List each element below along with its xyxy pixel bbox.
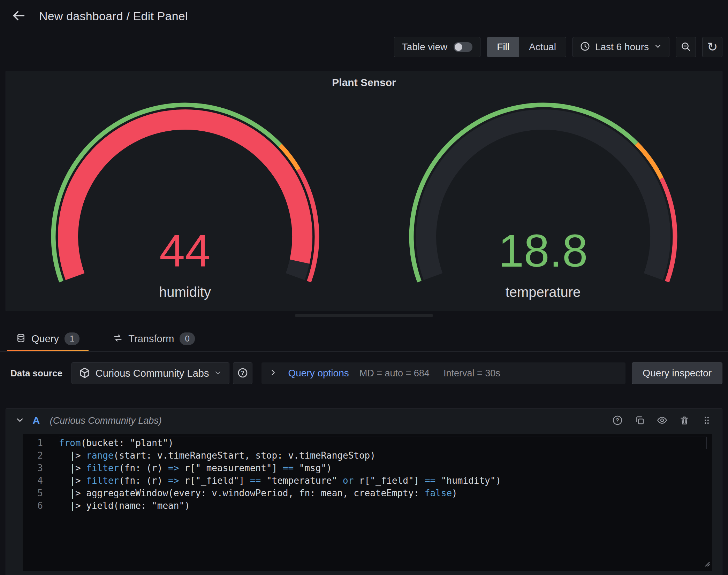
tab-transform-count: 0: [180, 332, 195, 345]
table-view-group: Table view: [394, 37, 481, 57]
hide-query-button[interactable]: [656, 414, 668, 427]
top-bar: New dashboard / Edit Panel: [0, 0, 728, 32]
query-options-bar[interactable]: Query options MD = auto = 684 Interval =…: [261, 362, 625, 384]
chevron-right-icon: [268, 368, 278, 378]
toggle-knob: [455, 43, 462, 51]
help-circle-icon: ?: [612, 415, 623, 427]
code-line-content: |> filter(fn: (r) => r["_field"] == "tem…: [59, 474, 707, 487]
back-arrow-icon: [10, 8, 26, 25]
query-datasource-subtitle: (Curious Community Labs): [50, 415, 162, 426]
clock-icon: [580, 41, 590, 53]
chevron-down-icon: [654, 42, 662, 52]
remove-query-button[interactable]: [678, 414, 691, 427]
code-line[interactable]: 6 |> yield(name: "mean"): [23, 499, 712, 512]
datasource-row: Data source Curious Community Labs ? Que…: [10, 362, 722, 384]
trash-icon: [679, 415, 690, 427]
gauge-humidity: 44 humidity: [6, 91, 364, 311]
query-options-link[interactable]: Query options: [288, 368, 349, 379]
line-number: 2: [23, 449, 43, 462]
line-number: 5: [23, 487, 43, 499]
eye-icon: [657, 415, 668, 427]
code-line[interactable]: 2 |> range(start: v.timeRangeStart, stop…: [23, 449, 712, 462]
panel-toolbar: Table view Fill Actual Last 6 hours ↻: [394, 37, 722, 57]
zoom-out-button[interactable]: [676, 37, 696, 57]
line-number: 3: [23, 462, 43, 474]
grafana-edit-panel-page: New dashboard / Edit Panel Table view Fi…: [0, 0, 728, 575]
collapse-chevron-icon[interactable]: [15, 415, 25, 426]
refresh-button[interactable]: ↻: [702, 37, 722, 57]
gauge-temperature: 18.8 temperature: [364, 91, 722, 311]
table-view-label: Table view: [402, 41, 448, 53]
gauge-value-temperature: 18.8: [364, 228, 722, 274]
query-ref-id: A: [32, 415, 40, 427]
transform-icon: [113, 333, 123, 344]
copy-icon: [635, 415, 645, 427]
duplicate-query-button[interactable]: [634, 414, 646, 427]
time-range-picker[interactable]: Last 6 hours: [572, 37, 669, 57]
tab-query[interactable]: Query 1: [7, 326, 89, 351]
chevron-down-icon: [214, 369, 222, 378]
max-data-points-text: MD = auto = 684: [359, 368, 430, 379]
query-row-header[interactable]: A (Curious Community Labs) ?: [6, 409, 722, 432]
panel-preview: Plant Sensor 44 humidity 18.8 temperatur…: [6, 71, 722, 311]
database-icon: [16, 333, 26, 344]
tab-query-label: Query: [31, 333, 59, 345]
fill-actual-segmented: Fill Actual: [487, 37, 566, 57]
editor-resize-corner[interactable]: [703, 559, 710, 569]
line-number: 4: [23, 474, 43, 487]
code-line[interactable]: 4 |> filter(fn: (r) => r["_field"] == "t…: [23, 474, 712, 487]
svg-text:?: ?: [616, 417, 619, 423]
datasource-picker[interactable]: Curious Community Labs: [71, 362, 230, 384]
tab-transform[interactable]: Transform 0: [104, 326, 204, 351]
table-view-toggle[interactable]: [454, 42, 472, 52]
time-range-label: Last 6 hours: [595, 41, 649, 53]
zoom-out-icon: [680, 41, 691, 53]
code-line-content: |> filter(fn: (r) => r["_measurement"] =…: [59, 462, 707, 474]
query-row-actions: ?: [611, 414, 713, 427]
gauges-row: 44 humidity 18.8 temperature: [6, 91, 722, 311]
datasource-help-button[interactable]: ?: [233, 362, 252, 384]
query-row-card: A (Curious Community Labs) ?: [6, 408, 722, 575]
code-line-content: |> aggregateWindow(every: v.windowPeriod…: [59, 487, 707, 499]
svg-text:?: ?: [241, 370, 245, 376]
back-button[interactable]: [10, 7, 27, 25]
gauge-label-temperature: temperature: [364, 284, 722, 300]
gauge-label-humidity: humidity: [6, 284, 364, 300]
gauge-value-humidity: 44: [6, 228, 364, 274]
code-line-content: |> yield(name: "mean"): [59, 499, 707, 512]
datasource-label: Data source: [10, 368, 62, 379]
panel-resize-handle[interactable]: [295, 314, 433, 317]
code-line[interactable]: 3 |> filter(fn: (r) => r["_measurement"]…: [23, 462, 712, 474]
actual-button[interactable]: Actual: [519, 37, 566, 57]
query-help-button[interactable]: ?: [611, 414, 624, 427]
datasource-logo-icon: [79, 367, 91, 380]
question-circle-icon: ?: [237, 367, 248, 380]
grip-dots-icon: [702, 415, 712, 427]
code-line[interactable]: 5 |> aggregateWindow(every: v.windowPeri…: [23, 487, 712, 499]
refresh-icon: ↻: [707, 41, 718, 53]
page-title: New dashboard / Edit Panel: [39, 9, 188, 23]
tab-transform-label: Transform: [128, 333, 174, 345]
flux-query-editor[interactable]: 1from(bucket: "plant")2 |> range(start: …: [23, 434, 712, 571]
tab-query-count: 1: [65, 332, 79, 345]
code-line-content: |> range(start: v.timeRangeStart, stop: …: [59, 449, 707, 462]
editor-tabs: Query 1 Transform 0: [0, 326, 728, 352]
datasource-selected-value: Curious Community Labs: [96, 368, 209, 379]
fill-button[interactable]: Fill: [487, 37, 519, 57]
drag-handle[interactable]: [700, 414, 713, 427]
interval-text: Interval = 30s: [443, 368, 500, 379]
code-line-content: from(bucket: "plant"): [59, 437, 707, 449]
query-inspector-button[interactable]: Query inspector: [632, 362, 722, 384]
line-number: 6: [23, 499, 43, 512]
panel-title: Plant Sensor: [6, 77, 722, 89]
code-line[interactable]: 1from(bucket: "plant"): [23, 437, 712, 449]
line-number: 1: [23, 437, 43, 449]
